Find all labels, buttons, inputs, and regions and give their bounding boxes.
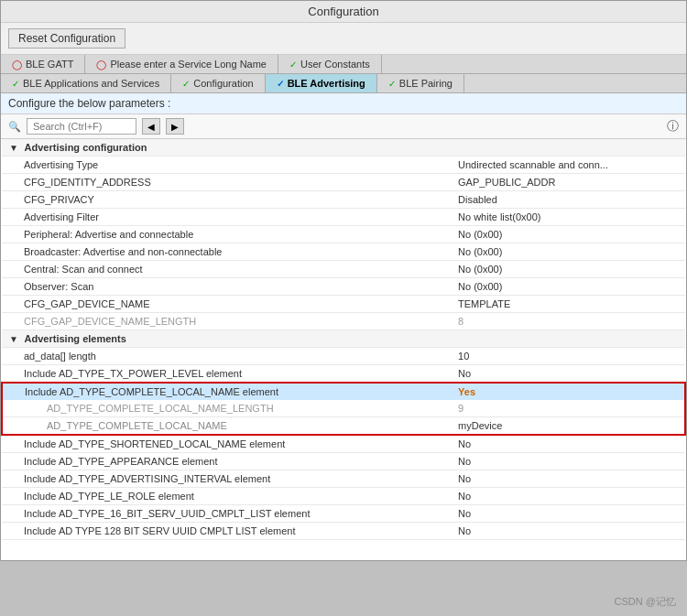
tab-label-ble-advertising: BLE Advertising xyxy=(288,78,365,89)
collapse-icon-adv-config[interactable]: ▼ xyxy=(9,143,18,153)
row-include-complete-local-name: Include AD_TYPE_COMPLETE_LOCAL_NAME elem… xyxy=(2,383,685,400)
param-value-include-appearance: No xyxy=(451,453,685,470)
nav-next-button[interactable]: ▶ xyxy=(166,118,184,135)
param-value-cfg-gap-device-name-length: 8 xyxy=(451,313,685,330)
row-observer-scan: Observer: Scan No (0x00) xyxy=(2,278,685,296)
tab-ble-gatt[interactable]: ◯ BLE GATT xyxy=(1,55,85,73)
row-cfg-gap-device-name-length: CFG_GAP_DEVICE_NAME_LENGTH 8 xyxy=(2,313,685,330)
title-bar: Configuration xyxy=(1,1,686,23)
param-name-central-scan: Central: Scan and connect xyxy=(2,261,451,278)
tab-ble-advertising[interactable]: ✓ BLE Advertising xyxy=(266,74,377,92)
param-value-central-scan: No (0x00) xyxy=(451,261,685,278)
param-name-include-complete-local-name: Include AD_TYPE_COMPLETE_LOCAL_NAME elem… xyxy=(2,383,451,400)
collapse-icon-adv-elements[interactable]: ▼ xyxy=(9,334,18,344)
param-value-include-128bit-uuid: No xyxy=(451,523,685,540)
content-area: ▼ Advertising configuration Advertising … xyxy=(1,139,686,560)
row-complete-local-name: AD_TYPE_COMPLETE_LOCAL_NAME myDevice xyxy=(2,417,685,436)
param-value-include-16bit-uuid: No xyxy=(451,505,685,523)
row-cfg-privacy: CFG_PRIVACY Disabled xyxy=(2,191,685,209)
row-include-shortened-local-name: Include AD_TYPE_SHORTENED_LOCAL_NAME ele… xyxy=(2,435,685,453)
tab-ble-apps[interactable]: ✓ BLE Applications and Services xyxy=(1,74,171,92)
param-name-include-appearance: Include AD_TYPE_APPEARANCE element xyxy=(2,453,451,470)
window-title: Configuration xyxy=(308,5,378,18)
main-window: Configuration Reset Configuration ◯ BLE … xyxy=(0,0,687,561)
param-value-include-tx-power: No xyxy=(451,365,685,384)
row-include-appearance: Include AD_TYPE_APPEARANCE element No xyxy=(2,453,685,470)
watermark: CSDN @记忆 xyxy=(615,595,676,609)
param-value-advertising-type: Undirected scannable and conn... xyxy=(451,157,685,174)
param-name-advertising-type: Advertising Type xyxy=(2,157,451,174)
tab-icon-ble-advertising: ✓ xyxy=(277,79,284,89)
row-adv-filter: Advertising Filter No white list(0x00) xyxy=(2,209,685,226)
tabs-row1: ◯ BLE GATT ◯ Please enter a Service Long… xyxy=(1,55,686,74)
tab-service-name[interactable]: ◯ Please enter a Service Long Name xyxy=(85,55,278,73)
param-name-observer-scan: Observer: Scan xyxy=(2,278,451,296)
param-value-include-complete-local-name: Yes xyxy=(451,383,685,400)
row-include-tx-power: Include AD_TYPE_TX_POWER_LEVEL element N… xyxy=(2,365,685,384)
nav-prev-button[interactable]: ◀ xyxy=(142,118,160,135)
param-name-include-tx-power: Include AD_TYPE_TX_POWER_LEVEL element xyxy=(2,365,451,384)
row-peripheral-adv: Peripheral: Advertise and connectable No… xyxy=(2,226,685,243)
param-value-include-le-role: No xyxy=(451,488,685,505)
row-advertising-type: Advertising Type Undirected scannable an… xyxy=(2,157,685,174)
param-value-cfg-privacy: Disabled xyxy=(451,191,685,209)
row-complete-local-name-length: AD_TYPE_COMPLETE_LOCAL_NAME_LENGTH 9 xyxy=(2,400,685,417)
config-table: ▼ Advertising configuration Advertising … xyxy=(1,139,686,540)
toolbar: Reset Configuration xyxy=(1,23,686,55)
param-value-peripheral-adv: No (0x00) xyxy=(451,226,685,243)
tab-icon-configuration: ✓ xyxy=(182,79,190,89)
param-name-cfg-gap-device-name-length: CFG_GAP_DEVICE_NAME_LENGTH xyxy=(2,313,451,330)
tab-label-ble-pairing: BLE Pairing xyxy=(399,78,453,89)
config-label: Configure the below parameters : xyxy=(1,93,686,114)
row-include-adv-interval: Include AD_TYPE_ADVERTISING_INTERVAL ele… xyxy=(2,470,685,488)
tab-ble-pairing[interactable]: ✓ BLE Pairing xyxy=(377,74,464,92)
section-header-advertising-config: ▼ Advertising configuration xyxy=(2,139,685,157)
param-name-complete-local-name-length: AD_TYPE_COMPLETE_LOCAL_NAME_LENGTH xyxy=(2,400,451,417)
tab-label-ble-gatt: BLE GATT xyxy=(26,59,73,70)
row-include-le-role: Include AD_TYPE_LE_ROLE element No xyxy=(2,488,685,505)
param-name-cfg-identity: CFG_IDENTITY_ADDRESS xyxy=(2,174,451,191)
section-label-adv-config: Advertising configuration xyxy=(25,142,147,153)
param-name-broadcaster-adv: Broadcaster: Advertise and non-connectab… xyxy=(2,243,451,261)
reset-config-button[interactable]: Reset Configuration xyxy=(8,28,125,49)
row-cfg-gap-device-name: CFG_GAP_DEVICE_NAME TEMPLATE xyxy=(2,296,685,313)
tab-label-ble-apps: BLE Applications and Services xyxy=(23,78,159,89)
param-value-cfg-identity: GAP_PUBLIC_ADDR xyxy=(451,174,685,191)
param-name-include-adv-interval: Include AD_TYPE_ADVERTISING_INTERVAL ele… xyxy=(2,470,451,488)
tab-icon-ble-gatt: ◯ xyxy=(12,59,22,70)
param-value-include-adv-interval: No xyxy=(451,470,685,488)
param-name-cfg-gap-device-name: CFG_GAP_DEVICE_NAME xyxy=(2,296,451,313)
search-input[interactable] xyxy=(27,118,136,135)
row-cfg-identity: CFG_IDENTITY_ADDRESS GAP_PUBLIC_ADDR xyxy=(2,174,685,191)
param-name-include-16bit-uuid: Include AD_TYPE_16_BIT_SERV_UUID_CMPLT_L… xyxy=(2,505,451,523)
param-name-peripheral-adv: Peripheral: Advertise and connectable xyxy=(2,226,451,243)
param-name-include-128bit-uuid: Include AD TYPE 128 BIT SERV UUID CMPLT … xyxy=(2,523,451,540)
tab-label-user-constants: User Constants xyxy=(300,59,370,70)
param-value-observer-scan: No (0x00) xyxy=(451,278,685,296)
tab-configuration[interactable]: ✓ Configuration xyxy=(171,74,265,92)
param-name-include-shortened-local-name: Include AD_TYPE_SHORTENED_LOCAL_NAME ele… xyxy=(2,435,451,453)
row-broadcaster-adv: Broadcaster: Advertise and non-connectab… xyxy=(2,243,685,261)
tab-user-constants[interactable]: ✓ User Constants xyxy=(278,55,382,73)
tab-label-configuration: Configuration xyxy=(193,78,253,89)
value-yes: Yes xyxy=(458,386,475,397)
tab-icon-user-constants: ✓ xyxy=(289,59,297,70)
tab-icon-ble-pairing: ✓ xyxy=(388,79,396,89)
param-name-adv-filter: Advertising Filter xyxy=(2,209,451,226)
param-value-cfg-gap-device-name: TEMPLATE xyxy=(451,296,685,313)
search-icon: 🔍 xyxy=(8,121,21,133)
row-include-16bit-uuid: Include AD_TYPE_16_BIT_SERV_UUID_CMPLT_L… xyxy=(2,505,685,523)
param-name-include-le-role: Include AD_TYPE_LE_ROLE element xyxy=(2,488,451,505)
param-name-complete-local-name: AD_TYPE_COMPLETE_LOCAL_NAME xyxy=(2,417,451,436)
param-value-broadcaster-adv: No (0x00) xyxy=(451,243,685,261)
tab-icon-service-name: ◯ xyxy=(96,59,106,70)
tab-label-service-name: Please enter a Service Long Name xyxy=(110,59,267,70)
row-include-128bit-uuid: Include AD TYPE 128 BIT SERV UUID CMPLT … xyxy=(2,523,685,540)
param-value-complete-local-name-length: 9 xyxy=(451,400,685,417)
param-value-adv-filter: No white list(0x00) xyxy=(451,209,685,226)
section-label-adv-elements: Advertising elements xyxy=(25,333,126,344)
search-bar: 🔍 ◀ ▶ ⓘ xyxy=(1,114,686,139)
info-button[interactable]: ⓘ xyxy=(667,118,679,135)
row-central-scan: Central: Scan and connect No (0x00) xyxy=(2,261,685,278)
param-name-cfg-privacy: CFG_PRIVACY xyxy=(2,191,451,209)
